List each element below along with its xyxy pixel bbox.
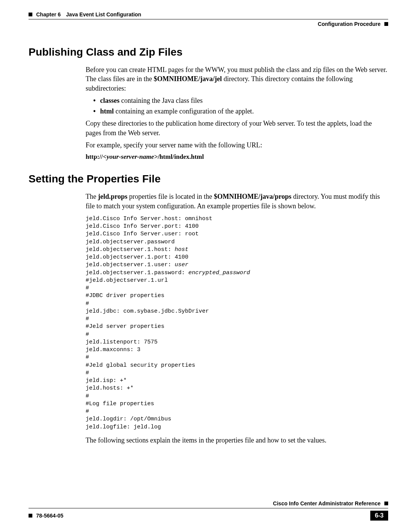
code-line: #Jeld global security properties [86, 362, 195, 369]
square-bullet-icon [384, 502, 388, 505]
heading-properties: Setting the Properties File [29, 173, 388, 185]
code-line: #Jeld server properties [86, 323, 164, 330]
code-line: # [86, 300, 89, 307]
code-line: jeld.hosts: +* [86, 385, 134, 391]
code-line: #jeld.objectserver.1.url [86, 277, 168, 284]
header-row: Chapter 6 Java Event List Configuration [29, 11, 388, 18]
paragraph: The following sections explain the items… [86, 436, 388, 445]
text-run: /html/index.html [158, 153, 204, 160]
code-line: #Log file properties [86, 401, 154, 407]
code-line: jeld.isp: +* [86, 377, 127, 384]
paragraph: The jeld.props properties file is locate… [86, 192, 388, 211]
heading-publishing: Publishing Class and Zip Files [29, 46, 388, 58]
code-line: jeld.objectserver.1.port: 4100 [86, 254, 188, 260]
sub-header: Configuration Procedure [29, 21, 388, 27]
code-line: jeld.Cisco Info Server.port: 4100 [86, 223, 199, 230]
doc-number: 78-5664-05 [36, 513, 64, 519]
code-line: # [86, 285, 89, 291]
code-line: # [86, 370, 89, 376]
code-italic: encrypted_password [188, 270, 250, 276]
text-run-bold: jeld.props [98, 193, 127, 200]
code-line: # [86, 408, 89, 415]
header-rule [29, 19, 388, 19]
text-run-bold: classes [100, 97, 119, 104]
footer: Cisco Info Center Administrator Referenc… [29, 500, 388, 521]
chapter-label: Chapter 6 [36, 11, 61, 18]
paragraph: Before you can create HTML pages for the… [86, 65, 388, 93]
list-item: html containing an example configuration… [93, 107, 388, 116]
code-line: jeld.logfile: jeld.log [86, 424, 161, 430]
chapter-title: Java Event List Configuration [66, 11, 142, 18]
text-run-bold: $OMNIHOME/java/props [214, 193, 292, 200]
text-run: properties file is located in the [127, 193, 214, 200]
text-run-bold: html [100, 107, 114, 115]
code-line: jeld.objectserver.1.user: [86, 262, 175, 268]
code-line: #JDBC driver properties [86, 292, 164, 299]
text-run-italic: <your-server-name> [103, 153, 158, 160]
text-run: containing the Java class files [119, 97, 202, 104]
list-item: classes containing the Java class files [93, 96, 388, 105]
code-line: # [86, 331, 89, 338]
code-line: jeld.maxconns: 3 [86, 347, 140, 353]
code-line: jeld.objectserver.password [86, 239, 175, 245]
footer-rule [29, 508, 388, 508]
text-run: http:// [86, 153, 103, 160]
paragraph: Copy these directories to the publicatio… [86, 119, 388, 137]
code-line: jeld.listenport: 7575 [86, 339, 158, 345]
code-line: jeld.logdir: /opt/Omnibus [86, 416, 171, 422]
square-bullet-icon [29, 13, 32, 16]
text-run: The [86, 193, 98, 200]
code-block: jeld.Cisco Info Server.host: omnihost je… [86, 215, 388, 431]
code-line: # [86, 354, 89, 361]
bullet-list: classes containing the Java class files … [93, 96, 388, 116]
code-line: jeld.objectserver.1.host: [86, 246, 175, 253]
code-line: jeld.Cisco Info Server.user: root [86, 231, 199, 237]
code-line: jeld.objectserver.1.password: [86, 270, 188, 276]
url-example: http://<your-server-name>/html/index.htm… [86, 153, 388, 161]
code-italic: user [175, 262, 188, 268]
square-bullet-icon [29, 514, 32, 518]
code-italic: host [175, 246, 188, 253]
text-run: containing an example configuration of t… [114, 107, 254, 115]
code-line: jeld.Cisco Info Server.host: omnihost [86, 216, 212, 222]
code-line: jeld.jdbc: com.sybase.jdbc.SybDriver [86, 308, 209, 315]
code-line: # [86, 393, 89, 399]
square-bullet-icon [384, 22, 388, 26]
code-line: # [86, 316, 89, 322]
text-run-bold: $OMNIHOME/java/jel [154, 75, 222, 83]
paragraph: For example, specify your server name wi… [86, 141, 388, 150]
doc-title: Cisco Info Center Administrator Referenc… [273, 500, 381, 506]
section-title-header: Configuration Procedure [318, 21, 381, 27]
page-number: 6-3 [370, 511, 388, 521]
